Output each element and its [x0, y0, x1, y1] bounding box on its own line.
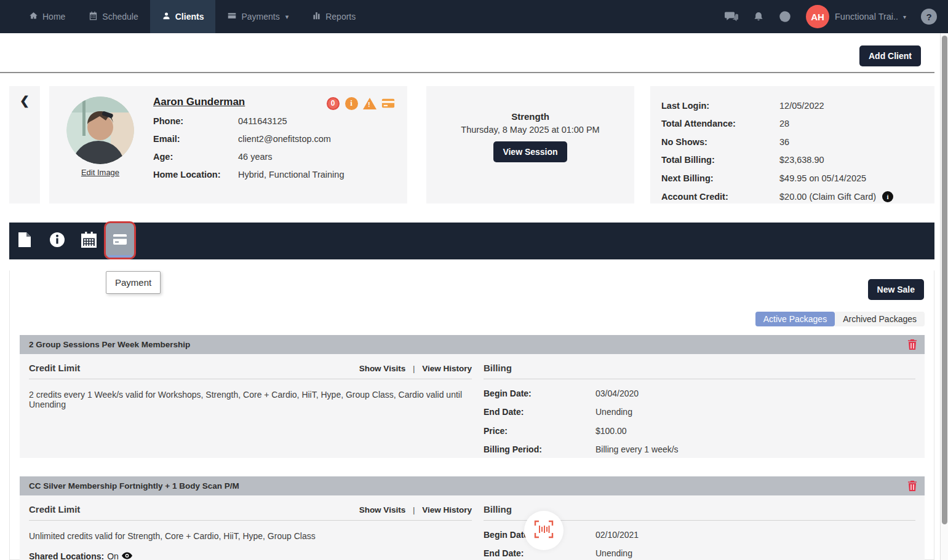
new-sale-button[interactable]: New Sale: [868, 279, 924, 300]
add-client-button[interactable]: Add Client: [859, 45, 921, 66]
stat-label: No Shows:: [661, 137, 779, 147]
account-name: Functional Trai...: [835, 12, 898, 22]
package-title: 2 Group Sessions Per Week Membership: [29, 340, 190, 349]
package-tabs: Active Packages Archived Packages: [755, 312, 925, 326]
nav-label: Payments: [241, 12, 279, 22]
billing-heading: Billing: [484, 363, 512, 373]
nav-item-home[interactable]: Home: [17, 0, 77, 33]
billing-label: Price:: [484, 426, 595, 436]
loading-spinner: [524, 511, 564, 550]
view-session-button[interactable]: View Session: [493, 141, 567, 162]
show-visits-link[interactable]: Show Visits: [359, 505, 406, 515]
payment-tooltip: Payment: [106, 271, 161, 294]
package-body: Credit Limit Show Visits | View History …: [20, 495, 925, 560]
billing-label: End Date:: [484, 407, 595, 417]
nav-label: Reports: [325, 12, 356, 22]
field-value: Hybrid, Functional Training: [238, 170, 344, 179]
nav-right-cluster: AH Functional Trai... ▾ ?: [725, 0, 937, 33]
info-tab[interactable]: [44, 223, 70, 259]
package-header: 2 Group Sessions Per Week Membership: [20, 335, 925, 354]
divider: [484, 379, 915, 379]
client-field-row: Phone: 0411643125: [153, 116, 399, 126]
stat-label: Next Billing:: [661, 173, 779, 183]
notes-tab[interactable]: [12, 223, 38, 259]
field-value: client2@onefitstop.com: [238, 134, 331, 144]
schedule-tab[interactable]: [76, 223, 102, 259]
client-field-row: Age: 46 years: [153, 152, 399, 162]
billing-heading: Billing: [484, 504, 512, 515]
link-separator: |: [413, 364, 415, 373]
billing-card-icon[interactable]: [381, 97, 395, 110]
divider: [29, 379, 472, 379]
package-header: CC Silver Membership Fortnightly + 1 Bod…: [20, 476, 925, 495]
link-separator: |: [413, 505, 415, 515]
calendar-icon: [89, 11, 98, 22]
nav-label: Schedule: [102, 12, 138, 22]
back-chevron-icon[interactable]: ❮: [20, 93, 30, 108]
delete-package-icon[interactable]: [908, 339, 917, 352]
messages-icon[interactable]: [725, 11, 738, 22]
billing-row: Price: $100.00: [484, 426, 915, 436]
clock-icon[interactable]: [779, 10, 791, 23]
warning-icon[interactable]: !: [363, 97, 376, 110]
vertical-scrollbar[interactable]: [940, 33, 948, 560]
delete-package-icon[interactable]: [908, 481, 917, 494]
view-history-link[interactable]: View History: [422, 364, 472, 373]
billing-value: Unending: [595, 548, 632, 558]
stat-value: $20.00 (Claim Gift Card) i: [779, 191, 893, 202]
package-title: CC Silver Membership Fortnightly + 1 Bod…: [29, 481, 239, 491]
page-header: Add Client: [0, 33, 934, 73]
stat-label: Total Billing:: [661, 155, 779, 165]
account-credit-value: $20.00 (Claim Gift Card): [779, 192, 876, 202]
field-value: 0411643125: [238, 116, 287, 126]
eye-icon[interactable]: [122, 551, 132, 560]
stat-label: Total Attendance:: [661, 119, 779, 128]
tab-active-packages[interactable]: Active Packages: [755, 312, 835, 326]
nav-item-schedule[interactable]: Schedule: [77, 0, 149, 33]
shared-locations-label: Shared Locations:: [29, 551, 104, 560]
field-label: Home Location:: [153, 170, 238, 179]
tab-archived-packages[interactable]: Archived Packages: [835, 312, 925, 326]
nav-item-clients[interactable]: Clients: [150, 0, 216, 33]
view-history-link[interactable]: View History: [422, 505, 472, 515]
help-icon[interactable]: ?: [921, 9, 937, 25]
package-item: 2 Group Sessions Per Week Membership Cre…: [20, 335, 925, 458]
active-tab-indicator: [108, 255, 132, 258]
notifications-bell-icon[interactable]: [753, 11, 764, 23]
billing-value: $100.00: [595, 426, 627, 436]
field-label: Phone:: [153, 116, 238, 126]
info-circle-icon: [49, 232, 65, 250]
client-section-toolbar: [9, 223, 934, 259]
scrollbar-thumb[interactable]: [942, 36, 947, 524]
back-panel[interactable]: ❮: [9, 86, 40, 203]
billing-row: Begin Date: 03/04/2020: [484, 388, 915, 398]
credit-limit-text: 2 credits every 1 Week/s valid for Works…: [29, 390, 472, 409]
shared-locations-value: On: [107, 551, 119, 560]
field-label: Age:: [153, 152, 238, 162]
card-icon: [227, 11, 237, 22]
show-visits-link[interactable]: Show Visits: [359, 364, 406, 373]
nav-item-reports[interactable]: Reports: [300, 0, 367, 33]
client-flag-icons: 0 i !: [326, 97, 395, 110]
field-value: 46 years: [238, 152, 273, 162]
billing-row: Billing Period: Billing every 1 week/s: [484, 444, 915, 454]
stat-value: 12/05/2022: [779, 101, 824, 111]
credit-info-icon[interactable]: i: [882, 191, 893, 202]
credit-limit-column: Credit Limit Show Visits | View History …: [29, 504, 472, 560]
account-menu[interactable]: AH Functional Trai... ▾: [806, 5, 906, 28]
client-info-icon[interactable]: i: [345, 97, 358, 110]
nav-item-payments[interactable]: Payments ▾: [215, 0, 300, 33]
stat-value: 36: [779, 137, 789, 147]
stat-label: Last Login:: [661, 101, 779, 111]
nav-menu: Home Schedule Clients Payments ▾ Reports: [0, 0, 367, 33]
payment-tab-highlighted[interactable]: [104, 221, 136, 259]
stat-label: Account Credit:: [661, 192, 779, 202]
chevron-down-icon: ▾: [903, 14, 906, 20]
home-icon: [29, 11, 38, 22]
stats-row: Account Credit: $20.00 (Claim Gift Card)…: [661, 191, 923, 202]
app-root: Home Schedule Clients Payments ▾ Reports: [0, 0, 948, 560]
edit-image-link[interactable]: Edit Image: [81, 168, 119, 177]
billing-column: Billing Begin Date: 03/04/2020 End Date:…: [484, 363, 915, 454]
nav-label: Home: [42, 12, 65, 22]
zero-count-badge-icon[interactable]: 0: [326, 97, 340, 110]
